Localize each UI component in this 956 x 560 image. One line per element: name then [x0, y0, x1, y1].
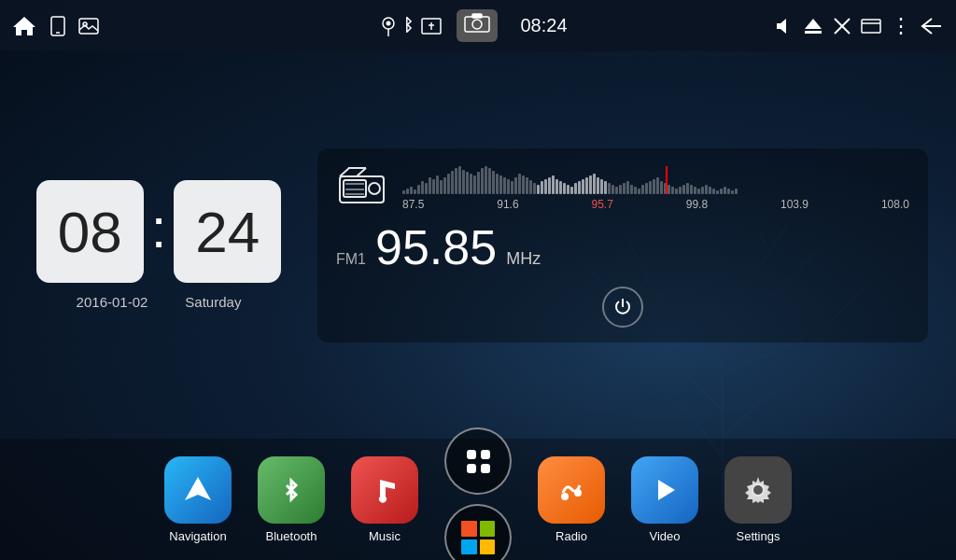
svg-point-57: [562, 494, 568, 499]
video-label: Video: [649, 529, 680, 543]
radio-label: Radio: [555, 529, 587, 543]
svg-rect-43: [862, 20, 880, 33]
svg-marker-24: [13, 17, 35, 35]
svg-point-58: [575, 490, 581, 496]
frequency-scale: 87.5 91.6 95.7 99.8 103.9 108.0: [402, 198, 909, 211]
left-status-icons: [11, 15, 373, 37]
freq-scale-5: 103.9: [780, 198, 808, 211]
music-icon: [351, 456, 418, 524]
freq-scale-4: 99.8: [686, 198, 708, 211]
windows-logo: [461, 521, 495, 554]
more-apps-dots: [467, 450, 490, 473]
win-quad-red: [461, 521, 477, 537]
more-icon[interactable]: ⋮: [891, 14, 909, 38]
gallery-icon[interactable]: [78, 18, 99, 35]
radio-mode-label: FM1: [336, 251, 366, 268]
minimize-icon[interactable]: [861, 19, 881, 34]
radio-power-area: [336, 287, 909, 328]
freq-scale-6: 108.0: [881, 198, 909, 211]
app-grid: Navigation Bluetooth Music: [0, 439, 956, 560]
clock-hours-block: 08: [36, 180, 144, 283]
svg-marker-39: [805, 19, 822, 29]
bluetooth-icon: ᛒ: [403, 16, 414, 35]
windows-button[interactable]: [444, 504, 512, 560]
app-item-music[interactable]: Music: [351, 456, 418, 543]
close-icon[interactable]: [833, 17, 851, 35]
svg-marker-56: [185, 477, 211, 500]
status-bar: ᛒ 08:24 ⋮: [0, 0, 956, 51]
app-item-settings[interactable]: Settings: [724, 456, 792, 543]
svg-point-61: [753, 485, 763, 495]
clock-day: Saturday: [185, 294, 241, 310]
center-status-icons: ᛒ 08:24: [381, 9, 574, 42]
clock-minutes-block: 24: [174, 180, 281, 283]
home-icon[interactable]: [11, 15, 37, 37]
clock-time: 08:24: [520, 15, 567, 36]
navigation-label: Navigation: [169, 529, 226, 543]
svg-point-48: [369, 183, 380, 194]
win-quad-blue: [461, 539, 477, 555]
radio-top: 87.5 91.6 95.7 99.8 103.9 108.0: [336, 163, 909, 214]
app-item-bluetooth[interactable]: Bluetooth: [258, 456, 325, 543]
eject-icon[interactable]: [803, 16, 823, 36]
clock-digits: 08 : 24: [36, 180, 282, 283]
frequency-bar: 87.5 91.6 95.7 99.8 103.9 108.0: [402, 166, 909, 211]
svg-rect-40: [805, 31, 822, 34]
dot-1: [467, 450, 476, 459]
radio-frequency-number: 95.85: [375, 223, 497, 272]
clock-minutes: 24: [195, 199, 260, 265]
app-item-radio[interactable]: Radio: [538, 456, 605, 543]
clock-hours: 08: [58, 199, 122, 265]
freq-scale-3: 95.7: [592, 198, 613, 211]
bluetooth-label: Bluetooth: [266, 529, 317, 543]
navigation-icon: [164, 456, 232, 524]
app-item-video[interactable]: Video: [631, 456, 698, 543]
radio-widget: 87.5 91.6 95.7 99.8 103.9 108.0 FM1 95.8…: [317, 148, 928, 343]
bluetooth-app-icon: [258, 456, 325, 524]
phone-icon[interactable]: [50, 16, 65, 36]
frequency-visualizer: [402, 166, 909, 194]
freq-scale-2: 91.6: [497, 198, 518, 211]
dot-4: [481, 464, 490, 473]
radio-main-display: FM1 95.85 MHz: [336, 223, 909, 272]
svg-marker-38: [777, 19, 786, 34]
svg-line-49: [340, 168, 349, 176]
svg-point-31: [387, 21, 391, 25]
back-icon[interactable]: [919, 15, 945, 37]
clock-info: 2016-01-02 Saturday: [77, 294, 242, 310]
video-icon: [631, 456, 698, 524]
radio-app-icon: [538, 456, 605, 524]
music-label: Music: [369, 529, 401, 543]
app-items-container: Navigation Bluetooth Music: [164, 427, 792, 560]
radio-power-button[interactable]: [602, 287, 643, 328]
settings-icon: [724, 456, 792, 524]
signal-icon: [421, 18, 442, 35]
time-display: [457, 9, 498, 42]
main-content: 08 : 24 2016-01-02 Saturday: [0, 51, 956, 439]
radio-frequency-unit: MHz: [506, 249, 541, 269]
settings-label: Settings: [737, 529, 780, 543]
radio-icon: [336, 163, 387, 214]
more-apps-button[interactable]: [444, 427, 512, 495]
right-status-icons: ⋮: [583, 14, 945, 38]
clock-colon: :: [151, 196, 167, 260]
win-quad-yellow: [480, 539, 496, 555]
svg-point-36: [472, 20, 482, 29]
clock-date: 2016-01-02: [77, 294, 148, 310]
win-quad-green: [480, 521, 496, 537]
location-icon: [381, 16, 396, 36]
dot-2: [481, 450, 490, 459]
frequency-indicator: [666, 166, 668, 194]
svg-rect-37: [472, 14, 482, 18]
dot-3: [467, 464, 476, 473]
app-item-navigation[interactable]: Navigation: [164, 456, 232, 543]
svg-marker-59: [658, 480, 675, 500]
volume-icon[interactable]: [773, 17, 794, 35]
svg-rect-27: [79, 19, 98, 34]
svg-line-50: [357, 168, 366, 176]
radio-frequency-area: 87.5 91.6 95.7 99.8 103.9 108.0: [402, 166, 909, 211]
freq-scale-1: 87.5: [402, 198, 424, 211]
clock-widget: 08 : 24 2016-01-02 Saturday: [28, 180, 289, 310]
